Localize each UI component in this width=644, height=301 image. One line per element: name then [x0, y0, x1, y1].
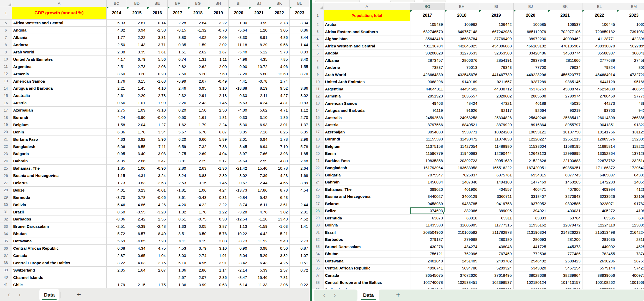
value-cell[interactable]: 3.22: [106, 259, 127, 266]
value-cell[interactable]: 9228071: [582, 200, 617, 207]
value-cell[interactable]: 2.82: [167, 63, 188, 70]
value-cell[interactable]: 756121: [410, 250, 445, 257]
value-cell[interactable]: 172954319: [617, 164, 644, 171]
row-number[interactable]: 35: [312, 257, 324, 265]
value-cell[interactable]: 1.32: [167, 208, 188, 216]
value-cell[interactable]: 0.93: [289, 48, 310, 56]
value-cell[interactable]: 3.03: [208, 237, 228, 245]
row-number[interactable]: 34: [0, 230, 12, 237]
value-cell[interactable]: 35588987: [582, 50, 617, 57]
value-cell[interactable]: 12290444: [479, 150, 513, 157]
value-cell[interactable]: -1.18: [249, 216, 269, 223]
value-cell[interactable]: 165516222: [479, 164, 513, 171]
value-cell[interactable]: 2811666: [548, 57, 582, 64]
value-cell[interactable]: 762096: [445, 250, 479, 257]
year-header-cell[interactable]: 2022: [269, 7, 289, 19]
window-divider[interactable]: [310, 0, 312, 301]
value-cell[interactable]: 15.40: [249, 165, 269, 172]
value-cell[interactable]: 3.15: [188, 179, 208, 187]
value-cell[interactable]: -8.74: [228, 201, 249, 208]
year-header-cell[interactable]: 2015: [127, 7, 147, 19]
value-cell[interactable]: -2.58: [147, 27, 167, 34]
value-cell[interactable]: 10112555: [617, 128, 644, 136]
value-cell[interactable]: 9302585: [548, 200, 582, 207]
country-cell[interactable]: Azerbaijan: [12, 107, 106, 114]
value-cell[interactable]: 2451409: [445, 257, 479, 265]
row-number[interactable]: 33: [0, 223, 12, 230]
value-cell[interactable]: 48424: [445, 100, 479, 107]
value-cell[interactable]: 4.24: [208, 186, 228, 194]
value-cell[interactable]: 9419758: [479, 200, 513, 207]
value-cell[interactable]: -3.10: [147, 107, 167, 114]
value-cell[interactable]: 279187: [410, 236, 445, 243]
value-cell[interactable]: 1456834: [410, 179, 445, 186]
value-cell[interactable]: 6.35: [289, 128, 310, 136]
row-number[interactable]: 6: [0, 27, 12, 34]
value-cell[interactable]: 1.79: [188, 121, 208, 128]
value-cell[interactable]: 3.45: [228, 143, 249, 150]
value-cell[interactable]: 169356251: [548, 164, 582, 171]
value-cell[interactable]: 44273: [582, 100, 617, 107]
value-cell[interactable]: 216422446: [617, 229, 644, 236]
row-number[interactable]: 36: [0, 245, 12, 252]
value-cell[interactable]: 1.44: [289, 41, 310, 48]
value-cell[interactable]: -5.30: [228, 121, 249, 128]
column-header-BD[interactable]: BD: [127, 0, 147, 7]
value-cell[interactable]: 63764: [548, 214, 582, 222]
row-number[interactable]: 13: [0, 77, 12, 85]
value-cell[interactable]: 63873: [410, 214, 445, 222]
value-cell[interactable]: 105439: [410, 21, 445, 28]
value-cell[interactable]: 7.66: [249, 150, 269, 157]
country-cell[interactable]: Belize: [12, 186, 106, 194]
value-cell[interactable]: 161793964: [410, 164, 445, 171]
value-cell[interactable]: -0.96: [147, 165, 167, 172]
value-cell[interactable]: 9.56: [269, 41, 289, 48]
value-cell[interactable]: 13352864: [582, 150, 617, 157]
value-cell[interactable]: 5.96: [147, 136, 167, 143]
value-cell[interactable]: 9140169: [445, 78, 479, 85]
value-cell[interactable]: 4.42: [249, 230, 269, 237]
value-cell[interactable]: 6465097: [582, 171, 617, 179]
value-cell[interactable]: 3.24: [147, 172, 167, 179]
value-cell[interactable]: 2.50: [106, 41, 127, 48]
value-cell[interactable]: 3.79: [188, 245, 208, 252]
country-cell[interactable]: Argentina: [12, 63, 106, 70]
value-cell[interactable]: 777486: [548, 250, 582, 257]
value-cell[interactable]: 2.24: [208, 121, 228, 128]
value-cell[interactable]: -6.84: [228, 194, 249, 201]
country-cell[interactable]: Benin: [324, 150, 410, 157]
country-cell[interactable]: Burkina Faso: [324, 157, 410, 164]
value-cell[interactable]: 47321: [479, 100, 513, 107]
value-cell[interactable]: -4.85: [127, 237, 147, 245]
year-header-cell[interactable]: 2021: [548, 10, 582, 21]
year-header-cell[interactable]: 2020: [228, 7, 249, 19]
value-cell[interactable]: 0.35: [167, 41, 188, 48]
value-cell[interactable]: 4.95: [188, 259, 208, 266]
value-cell[interactable]: 25685412: [548, 114, 582, 121]
country-cell[interactable]: Australia: [324, 114, 410, 121]
value-cell[interactable]: 45376763: [513, 85, 548, 93]
value-cell[interactable]: 2.61: [106, 92, 127, 99]
column-header-BM[interactable]: BM: [617, 3, 644, 10]
value-cell[interactable]: -4.96: [228, 56, 249, 63]
value-cell[interactable]: 431138704: [410, 42, 445, 50]
value-cell[interactable]: 42239854: [617, 35, 644, 42]
value-cell[interactable]: -2.51: [106, 63, 127, 70]
value-cell[interactable]: 1.64: [127, 266, 147, 274]
value-cell[interactable]: 2.11: [249, 92, 269, 99]
value-cell[interactable]: 2.78: [147, 92, 167, 99]
value-cell[interactable]: 6.57: [127, 230, 147, 237]
year-header-cell[interactable]: 2019: [479, 10, 513, 21]
row-number[interactable]: 11: [312, 85, 324, 93]
value-cell[interactable]: 2.64: [289, 165, 310, 172]
value-cell[interactable]: 3.87: [208, 223, 228, 230]
value-cell[interactable]: 0.51: [289, 259, 310, 266]
country-cell[interactable]: Chile: [12, 281, 106, 288]
value-cell[interactable]: 17.86: [249, 186, 269, 194]
row-number[interactable]: 15: [312, 114, 324, 121]
value-cell[interactable]: 2.07: [188, 274, 208, 281]
value-cell[interactable]: [106, 274, 127, 281]
value-cell[interactable]: 2.36: [208, 274, 228, 281]
year-header-cell[interactable]: 2018: [445, 10, 479, 21]
value-cell[interactable]: 7075947: [410, 171, 445, 179]
